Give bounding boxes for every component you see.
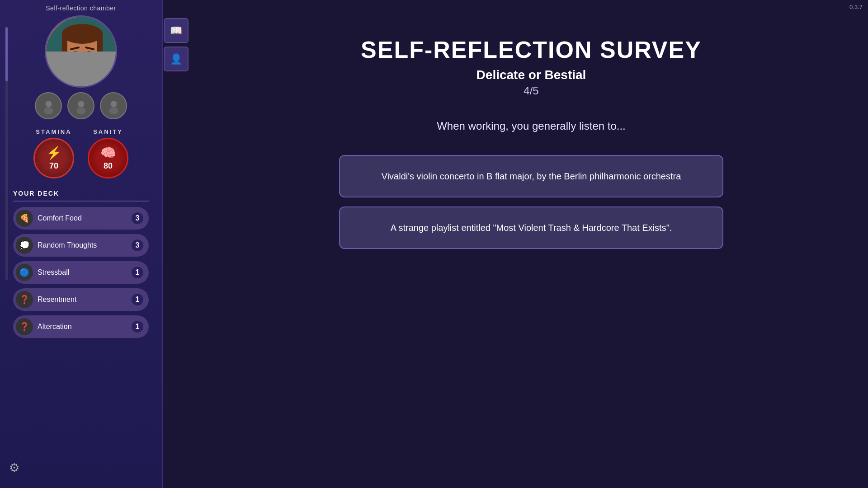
- deck-item-count-0: 3: [132, 212, 143, 224]
- main-avatar: [45, 15, 117, 88]
- deck-item-2[interactable]: 🔵 Stressball 1: [13, 261, 149, 284]
- brain-icon: 🧠: [100, 145, 116, 160]
- deck-item-1[interactable]: 💭 Random Thoughts 3: [13, 234, 149, 257]
- svg-point-8: [72, 51, 79, 56]
- sidebar: Self-reflection chamber: [0, 0, 163, 488]
- sanity-value: 80: [104, 161, 113, 171]
- deck-item-count-3: 1: [132, 294, 143, 305]
- stamina-circle: ⚡ 70: [33, 138, 74, 178]
- avatar-section: [35, 15, 127, 119]
- stats-section: STAMINA ⚡ 70 SANITY 🧠 80: [33, 128, 128, 178]
- answer-option-1[interactable]: A strange playlist entitled "Most Violen…: [339, 206, 723, 249]
- deck-item-icon-2: 🔵: [16, 264, 33, 281]
- sanity-circle: 🧠 80: [88, 138, 128, 178]
- scrollbar-thumb: [5, 27, 8, 81]
- person-button[interactable]: 👤: [164, 47, 189, 71]
- mini-avatar-1: [35, 92, 62, 119]
- sanity-stat: SANITY 🧠 80: [88, 128, 128, 178]
- deck-item-icon-0: 🍕: [16, 210, 33, 227]
- svg-point-14: [45, 101, 52, 107]
- deck-divider: [13, 201, 149, 202]
- chamber-label: Self-reflection chamber: [46, 5, 116, 12]
- svg-point-19: [109, 107, 118, 114]
- svg-rect-3: [62, 34, 103, 41]
- deck-item-icon-3: ❓: [16, 291, 33, 308]
- svg-point-17: [76, 107, 85, 114]
- mini-avatar-2: [67, 92, 94, 119]
- deck-item-icon-1: 💭: [16, 237, 33, 254]
- svg-point-18: [110, 101, 117, 107]
- survey-progress: 4/5: [524, 84, 538, 97]
- deck-item-icon-4: ❓: [16, 318, 33, 335]
- mini-avatars: [35, 92, 127, 119]
- deck-item-count-1: 3: [132, 239, 143, 251]
- main-content: SELF-REFLECTION SURVEY Delicate or Besti…: [194, 0, 868, 488]
- deck-items-container: 🍕 Comfort Food 3 💭 Random Thoughts 3 🔵 S…: [13, 207, 149, 338]
- answer-option-0[interactable]: Vivaldi's violin concerto in B flat majo…: [339, 155, 723, 197]
- deck-section: YOUR DECK 🍕 Comfort Food 3 💭 Random Thou…: [13, 190, 149, 343]
- answer-options-container: Vivaldi's violin concerto in B flat majo…: [339, 155, 723, 258]
- svg-rect-13: [64, 78, 100, 88]
- side-buttons: 📖 👤: [164, 18, 189, 71]
- svg-point-16: [78, 101, 84, 107]
- survey-question: When working, you generally listen to...: [437, 120, 626, 132]
- svg-rect-5: [97, 34, 103, 56]
- book-button[interactable]: 📖: [164, 18, 189, 43]
- sanity-label: SANITY: [93, 128, 123, 135]
- mini-avatar-3: [100, 92, 127, 119]
- survey-subtitle: Delicate or Bestial: [476, 68, 586, 82]
- deck-title: YOUR DECK: [13, 190, 149, 197]
- deck-item-0[interactable]: 🍕 Comfort Food 3: [13, 207, 149, 230]
- deck-item-name-0: Comfort Food: [38, 214, 132, 222]
- svg-point-9: [85, 51, 93, 56]
- svg-point-12: [80, 60, 85, 62]
- deck-item-count-4: 1: [132, 321, 143, 333]
- deck-item-count-2: 1: [132, 267, 143, 278]
- settings-button[interactable]: ⚙: [9, 461, 27, 479]
- deck-item-name-3: Resentment: [38, 296, 132, 304]
- svg-point-10: [74, 52, 77, 55]
- deck-item-4[interactable]: ❓ Altercation 1: [13, 315, 149, 338]
- book-icon: 📖: [170, 25, 182, 37]
- stamina-stat: STAMINA ⚡ 70: [33, 128, 74, 178]
- deck-item-name-1: Random Thoughts: [38, 241, 132, 249]
- survey-title: SELF-REFLECTION SURVEY: [361, 36, 702, 63]
- person-icon: 👤: [170, 53, 182, 65]
- scrollbar[interactable]: [5, 27, 8, 280]
- svg-point-15: [44, 107, 53, 114]
- deck-item-name-4: Altercation: [38, 323, 132, 331]
- svg-rect-4: [62, 34, 67, 56]
- deck-item-3[interactable]: ❓ Resentment 1: [13, 288, 149, 311]
- deck-item-name-2: Stressball: [38, 268, 132, 277]
- stamina-label: STAMINA: [36, 128, 71, 135]
- svg-point-11: [88, 52, 90, 55]
- bolt-icon: ⚡: [46, 145, 62, 160]
- stamina-value: 70: [49, 161, 58, 171]
